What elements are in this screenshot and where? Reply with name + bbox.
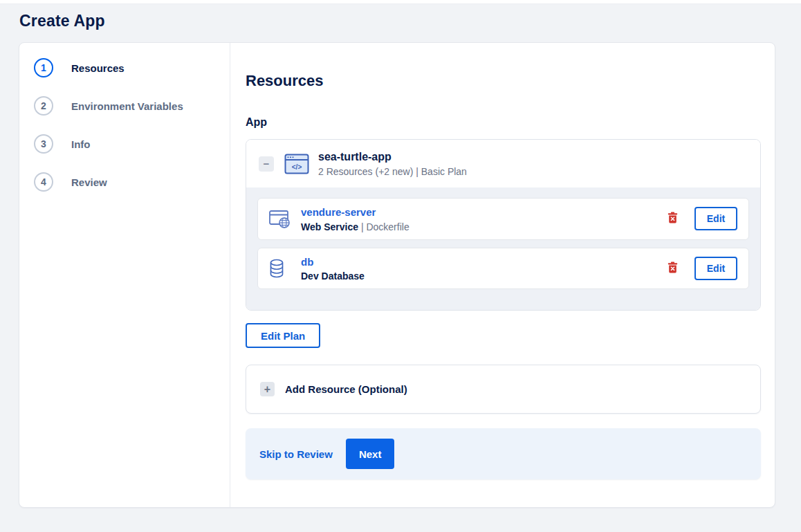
step-review[interactable]: 4 Review [34,172,230,192]
database-icon [269,258,291,279]
delete-resource-button[interactable] [666,260,679,277]
resource-meta: Dev Database [301,270,666,282]
step-environment-variables[interactable]: 2 Environment Variables [34,96,230,116]
app-name: sea-turtle-app [318,150,467,164]
app-summary: 2 Resources (+2 new) | Basic Plan [318,166,467,177]
wizard-footer: Skip to Review Next [246,428,761,479]
app-card: − </> sea-turtle-app 2 Resources (+2 new… [246,139,761,311]
resource-row-db: db Dev Database Edit [257,248,749,290]
step-info[interactable]: 3 Info [34,134,230,154]
resource-type: Dev Database [301,270,365,282]
delete-resource-button[interactable] [666,210,679,227]
step-number-badge: 2 [34,96,53,116]
resource-text-block: db Dev Database [301,255,666,282]
edit-plan-button[interactable]: Edit Plan [246,323,320,348]
collapse-app-button[interactable]: − [259,156,274,172]
app-window-code-icon: </> [284,154,309,174]
resource-type: Web Service [301,221,358,232]
resource-name-link[interactable]: db [301,255,666,269]
page-header: Create App [0,4,801,30]
step-label: Review [71,176,107,188]
step-number-badge: 1 [34,58,53,77]
step-content: Resources App − </> sea-turtle-app [230,43,775,507]
app-resources-list: vendure-server Web Service | Dockerfile [246,187,760,310]
page-title: Create App [19,12,801,30]
add-resource-label: Add Resource (Optional) [285,383,407,395]
plus-icon: + [260,382,275,396]
step-resources[interactable]: 1 Resources [34,58,230,77]
add-resource-section[interactable]: + Add Resource (Optional) [246,365,761,414]
create-app-panel: 1 Resources 2 Environment Variables 3 In… [19,42,775,508]
resource-text-block: vendure-server Web Service | Dockerfile [301,205,666,232]
app-card-header: − </> sea-turtle-app 2 Resources (+2 new… [246,140,760,187]
resource-detail: | Dockerfile [358,221,409,232]
resource-name-link[interactable]: vendure-server [301,205,666,219]
resource-meta: Web Service | Dockerfile [301,221,666,232]
step-label: Resources [71,62,125,74]
app-section-label: App [246,116,761,129]
wizard-stepper: 1 Resources 2 Environment Variables 3 In… [19,43,230,507]
next-button[interactable]: Next [346,439,395,469]
edit-resource-button[interactable]: Edit [694,207,737,230]
content-heading: Resources [246,72,761,90]
resource-row-vendure-server: vendure-server Web Service | Dockerfile [257,198,749,240]
trash-icon [668,212,678,226]
step-number-badge: 4 [34,172,53,192]
step-number-badge: 3 [34,134,53,154]
app-title-block: sea-turtle-app 2 Resources (+2 new) | Ba… [318,150,467,177]
skip-to-review-link[interactable]: Skip to Review [257,448,335,460]
web-service-icon [269,208,291,229]
step-label: Info [71,138,91,150]
svg-text:</>: </> [292,163,302,170]
step-label: Environment Variables [71,100,183,112]
edit-resource-button[interactable]: Edit [694,257,737,280]
trash-icon [668,262,678,275]
